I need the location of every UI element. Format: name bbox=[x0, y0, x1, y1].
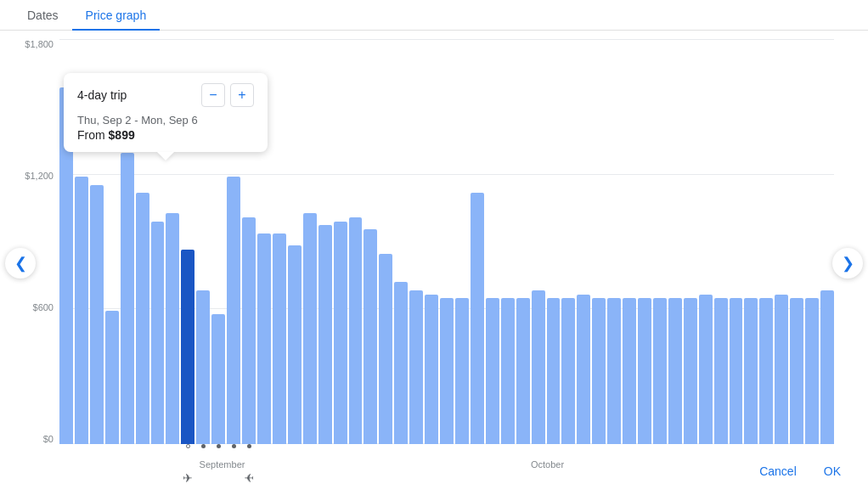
nav-next-button[interactable]: ❯ bbox=[832, 248, 863, 278]
y-label-1800: $1,800 bbox=[25, 39, 54, 49]
bar-32[interactable] bbox=[547, 298, 561, 444]
bar-4[interactable] bbox=[121, 153, 134, 444]
dot-circle-12 bbox=[247, 444, 251, 448]
bar-16[interactable] bbox=[303, 213, 317, 444]
bar-6[interactable] bbox=[151, 222, 165, 444]
bar-3[interactable] bbox=[105, 311, 119, 444]
bar-13[interactable] bbox=[257, 233, 271, 444]
price-tooltip: 4-day trip − + Thu, Sep 2 - Mon, Sep 6 F… bbox=[64, 73, 268, 152]
bar-21[interactable] bbox=[379, 254, 392, 444]
dots-row bbox=[59, 444, 834, 448]
dot-slot-8 bbox=[181, 444, 194, 448]
bar-27[interactable] bbox=[471, 193, 484, 444]
bar-15[interactable] bbox=[288, 245, 302, 444]
bar-46[interactable] bbox=[759, 298, 773, 444]
bar-39[interactable] bbox=[653, 298, 667, 444]
bar-47[interactable] bbox=[775, 295, 788, 444]
tooltip-from-text: From bbox=[77, 128, 109, 142]
tooltip-trip-label: 4-day trip bbox=[77, 88, 127, 102]
action-buttons: Cancel OK bbox=[749, 458, 851, 485]
tooltip-price: From $899 bbox=[77, 128, 254, 142]
bar-8[interactable] bbox=[181, 250, 194, 444]
bar-26[interactable] bbox=[455, 298, 469, 444]
chart-area: 4-day trip − + Thu, Sep 2 - Mon, Sep 6 F… bbox=[0, 31, 868, 495]
bar-17[interactable] bbox=[318, 225, 332, 444]
bar-31[interactable] bbox=[532, 290, 545, 444]
tooltip-controls: − + bbox=[201, 83, 254, 107]
tabs-bar: Dates Price graph bbox=[0, 0, 868, 31]
dot-circle-9 bbox=[201, 444, 206, 448]
bar-18[interactable] bbox=[334, 222, 347, 444]
bar-30[interactable] bbox=[516, 298, 530, 444]
plane-slot-12: ✈ bbox=[242, 471, 256, 485]
y-label-0: $0 bbox=[43, 434, 54, 444]
bar-12[interactable] bbox=[242, 217, 256, 444]
bar-20[interactable] bbox=[364, 229, 377, 444]
tooltip-header: 4-day trip − + bbox=[77, 83, 254, 107]
bar-36[interactable] bbox=[607, 298, 621, 444]
bar-1[interactable] bbox=[75, 177, 88, 444]
bar-35[interactable] bbox=[592, 298, 606, 444]
bar-14[interactable] bbox=[273, 233, 286, 444]
tab-dates[interactable]: Dates bbox=[14, 2, 72, 31]
bar-40[interactable] bbox=[668, 298, 682, 444]
dot-circle-10 bbox=[217, 444, 221, 448]
minus-button[interactable]: − bbox=[201, 83, 225, 107]
bar-50[interactable] bbox=[820, 290, 834, 444]
bar-5[interactable] bbox=[136, 193, 149, 444]
y-label-600: $600 bbox=[33, 302, 54, 312]
bar-28[interactable] bbox=[486, 298, 499, 444]
dot-slot-10 bbox=[211, 444, 225, 448]
bar-23[interactable] bbox=[409, 290, 423, 444]
dot-slot-9 bbox=[196, 444, 210, 448]
ok-button[interactable]: OK bbox=[814, 458, 851, 485]
tab-price-graph[interactable]: Price graph bbox=[72, 2, 161, 31]
bar-43[interactable] bbox=[714, 298, 728, 444]
bar-37[interactable] bbox=[623, 298, 636, 444]
bar-34[interactable] bbox=[577, 295, 590, 444]
bar-49[interactable] bbox=[805, 298, 819, 444]
bar-48[interactable] bbox=[790, 298, 803, 444]
bar-24[interactable] bbox=[425, 295, 438, 444]
bar-19[interactable] bbox=[349, 217, 363, 444]
dot-circle-11 bbox=[232, 444, 236, 448]
plus-button[interactable]: + bbox=[230, 83, 254, 107]
bar-38[interactable] bbox=[638, 298, 651, 444]
dot-slot-12 bbox=[242, 444, 256, 448]
y-label-1200: $1,200 bbox=[25, 171, 54, 181]
bar-44[interactable] bbox=[730, 298, 743, 444]
bar-2[interactable] bbox=[90, 185, 104, 444]
bar-11[interactable] bbox=[227, 177, 240, 444]
bar-7[interactable] bbox=[166, 213, 179, 444]
x-label-october: October bbox=[531, 459, 564, 470]
plane-row: ✈✈ bbox=[59, 471, 834, 485]
y-axis: $1,800 $1,200 $600 $0 bbox=[7, 39, 54, 444]
tooltip-price-value: $899 bbox=[109, 128, 135, 142]
bar-41[interactable] bbox=[684, 298, 697, 444]
tooltip-date: Thu, Sep 2 - Mon, Sep 6 bbox=[77, 114, 254, 127]
bar-25[interactable] bbox=[440, 298, 454, 444]
cancel-button[interactable]: Cancel bbox=[749, 458, 807, 485]
bar-29[interactable] bbox=[501, 298, 515, 444]
bar-22[interactable] bbox=[394, 282, 408, 444]
x-label-september: September bbox=[200, 459, 245, 470]
bar-42[interactable] bbox=[699, 295, 713, 444]
dot-slot-11 bbox=[227, 444, 240, 448]
bar-33[interactable] bbox=[561, 298, 575, 444]
plane-depart-icon: ✈ bbox=[181, 471, 194, 485]
plane-arrive-icon: ✈ bbox=[244, 471, 254, 485]
nav-prev-button[interactable]: ❮ bbox=[5, 248, 36, 278]
bar-10[interactable] bbox=[211, 314, 225, 444]
bar-45[interactable] bbox=[744, 298, 758, 444]
dot-circle-8 bbox=[186, 444, 190, 448]
bar-9[interactable] bbox=[196, 290, 210, 444]
